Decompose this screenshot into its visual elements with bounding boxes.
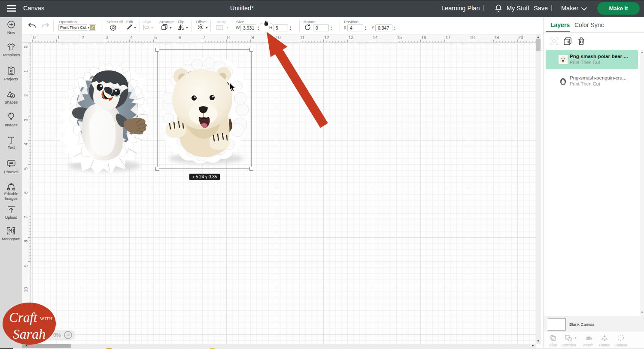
svg-text:Sarah: Sarah (13, 326, 46, 342)
svg-text:Craft: Craft (9, 310, 38, 325)
svg-text:WITH: WITH (40, 316, 52, 321)
